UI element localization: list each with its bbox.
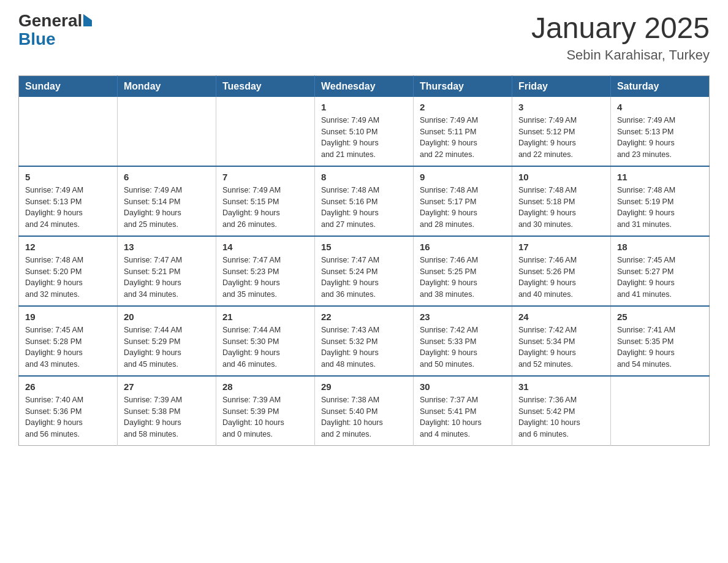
day-number: 10 <box>518 172 604 182</box>
day-info: Sunrise: 7:49 AMSunset: 5:12 PMDaylight:… <box>518 115 604 161</box>
day-number: 11 <box>617 172 703 182</box>
week-row-4: 19Sunrise: 7:45 AMSunset: 5:28 PMDayligh… <box>19 306 710 376</box>
day-number: 19 <box>25 312 111 322</box>
day-number: 9 <box>420 172 506 182</box>
day-info: Sunrise: 7:37 AMSunset: 5:41 PMDaylight:… <box>420 394 506 440</box>
day-number: 18 <box>617 242 703 252</box>
weekday-header-thursday: Thursday <box>413 75 512 97</box>
calendar-cell: 14Sunrise: 7:47 AMSunset: 5:23 PMDayligh… <box>216 236 314 306</box>
calendar-cell: 9Sunrise: 7:48 AMSunset: 5:17 PMDaylight… <box>413 166 512 236</box>
calendar-cell: 7Sunrise: 7:49 AMSunset: 5:15 PMDaylight… <box>216 166 314 236</box>
day-info: Sunrise: 7:49 AMSunset: 5:13 PMDaylight:… <box>617 115 703 161</box>
day-info: Sunrise: 7:41 AMSunset: 5:35 PMDaylight:… <box>617 324 703 370</box>
calendar-cell <box>19 97 118 166</box>
calendar-cell: 28Sunrise: 7:39 AMSunset: 5:39 PMDayligh… <box>216 376 314 446</box>
day-number: 17 <box>518 242 604 252</box>
day-number: 16 <box>420 242 506 252</box>
day-number: 14 <box>222 242 308 252</box>
day-info: Sunrise: 7:36 AMSunset: 5:42 PMDaylight:… <box>518 394 604 440</box>
day-number: 4 <box>617 102 703 112</box>
day-number: 2 <box>420 102 506 112</box>
day-number: 26 <box>25 381 111 392</box>
day-number: 5 <box>25 172 111 182</box>
day-number: 15 <box>321 242 407 252</box>
calendar-cell: 22Sunrise: 7:43 AMSunset: 5:32 PMDayligh… <box>314 306 413 376</box>
day-number: 8 <box>321 172 407 182</box>
logo: General Blue <box>18 12 92 48</box>
logo-arrow-icon <box>83 14 92 26</box>
calendar-cell: 3Sunrise: 7:49 AMSunset: 5:12 PMDaylight… <box>512 97 610 166</box>
calendar-body: 1Sunrise: 7:49 AMSunset: 5:10 PMDaylight… <box>19 97 710 446</box>
day-info: Sunrise: 7:49 AMSunset: 5:14 PMDaylight:… <box>124 185 210 231</box>
day-info: Sunrise: 7:45 AMSunset: 5:27 PMDaylight:… <box>617 255 703 301</box>
calendar-title: January 2025 <box>531 12 710 45</box>
weekday-header-monday: Monday <box>117 75 216 97</box>
day-info: Sunrise: 7:49 AMSunset: 5:11 PMDaylight:… <box>420 115 506 161</box>
day-number: 29 <box>321 381 407 392</box>
calendar-subtitle: Sebin Karahisar, Turkey <box>531 47 710 63</box>
calendar-cell: 2Sunrise: 7:49 AMSunset: 5:11 PMDaylight… <box>413 97 512 166</box>
calendar-header: SundayMondayTuesdayWednesdayThursdayFrid… <box>19 75 710 97</box>
day-number: 22 <box>321 312 407 322</box>
calendar-cell: 11Sunrise: 7:48 AMSunset: 5:19 PMDayligh… <box>610 166 709 236</box>
day-number: 25 <box>617 312 703 322</box>
logo-general: General <box>18 12 92 29</box>
day-number: 28 <box>222 381 308 392</box>
calendar-cell: 26Sunrise: 7:40 AMSunset: 5:36 PMDayligh… <box>19 376 118 446</box>
calendar-cell: 29Sunrise: 7:38 AMSunset: 5:40 PMDayligh… <box>314 376 413 446</box>
calendar-cell: 15Sunrise: 7:47 AMSunset: 5:24 PMDayligh… <box>314 236 413 306</box>
calendar-cell: 13Sunrise: 7:47 AMSunset: 5:21 PMDayligh… <box>117 236 216 306</box>
day-info: Sunrise: 7:47 AMSunset: 5:24 PMDaylight:… <box>321 255 407 301</box>
day-info: Sunrise: 7:43 AMSunset: 5:32 PMDaylight:… <box>321 324 407 370</box>
day-number: 23 <box>420 312 506 322</box>
weekday-header-wednesday: Wednesday <box>314 75 413 97</box>
week-row-2: 5Sunrise: 7:49 AMSunset: 5:13 PMDaylight… <box>19 166 710 236</box>
calendar-cell: 16Sunrise: 7:46 AMSunset: 5:25 PMDayligh… <box>413 236 512 306</box>
day-number: 30 <box>420 381 506 392</box>
day-info: Sunrise: 7:46 AMSunset: 5:26 PMDaylight:… <box>518 255 604 301</box>
week-row-3: 12Sunrise: 7:48 AMSunset: 5:20 PMDayligh… <box>19 236 710 306</box>
weekday-row: SundayMondayTuesdayWednesdayThursdayFrid… <box>19 75 710 97</box>
day-number: 7 <box>222 172 308 182</box>
day-info: Sunrise: 7:44 AMSunset: 5:29 PMDaylight:… <box>124 324 210 370</box>
calendar-cell: 17Sunrise: 7:46 AMSunset: 5:26 PMDayligh… <box>512 236 610 306</box>
calendar-cell: 27Sunrise: 7:39 AMSunset: 5:38 PMDayligh… <box>117 376 216 446</box>
calendar-cell: 10Sunrise: 7:48 AMSunset: 5:18 PMDayligh… <box>512 166 610 236</box>
day-number: 12 <box>25 242 111 252</box>
title-section: January 2025 Sebin Karahisar, Turkey <box>531 12 710 63</box>
day-info: Sunrise: 7:48 AMSunset: 5:16 PMDaylight:… <box>321 185 407 231</box>
day-number: 13 <box>124 242 210 252</box>
logo-blue: Blue <box>18 31 56 48</box>
day-info: Sunrise: 7:45 AMSunset: 5:28 PMDaylight:… <box>25 324 111 370</box>
calendar-cell <box>610 376 709 446</box>
day-info: Sunrise: 7:39 AMSunset: 5:39 PMDaylight:… <box>222 394 308 440</box>
day-info: Sunrise: 7:48 AMSunset: 5:19 PMDaylight:… <box>617 185 703 231</box>
day-info: Sunrise: 7:49 AMSunset: 5:13 PMDaylight:… <box>25 185 111 231</box>
calendar-cell: 21Sunrise: 7:44 AMSunset: 5:30 PMDayligh… <box>216 306 314 376</box>
day-info: Sunrise: 7:40 AMSunset: 5:36 PMDaylight:… <box>25 394 111 440</box>
page-header: General Blue January 2025 Sebin Karahisa… <box>18 12 710 63</box>
calendar-cell: 24Sunrise: 7:42 AMSunset: 5:34 PMDayligh… <box>512 306 610 376</box>
weekday-header-friday: Friday <box>512 75 610 97</box>
day-info: Sunrise: 7:47 AMSunset: 5:23 PMDaylight:… <box>222 255 308 301</box>
logo-general-text: General <box>18 11 82 30</box>
day-info: Sunrise: 7:42 AMSunset: 5:34 PMDaylight:… <box>518 324 604 370</box>
day-number: 24 <box>518 312 604 322</box>
day-number: 20 <box>124 312 210 322</box>
calendar-cell: 1Sunrise: 7:49 AMSunset: 5:10 PMDaylight… <box>314 97 413 166</box>
day-info: Sunrise: 7:48 AMSunset: 5:20 PMDaylight:… <box>25 255 111 301</box>
day-info: Sunrise: 7:47 AMSunset: 5:21 PMDaylight:… <box>124 255 210 301</box>
week-row-5: 26Sunrise: 7:40 AMSunset: 5:36 PMDayligh… <box>19 376 710 446</box>
day-info: Sunrise: 7:49 AMSunset: 5:10 PMDaylight:… <box>321 115 407 161</box>
day-number: 21 <box>222 312 308 322</box>
calendar-cell: 25Sunrise: 7:41 AMSunset: 5:35 PMDayligh… <box>610 306 709 376</box>
calendar-cell: 30Sunrise: 7:37 AMSunset: 5:41 PMDayligh… <box>413 376 512 446</box>
day-number: 31 <box>518 381 604 392</box>
weekday-header-saturday: Saturday <box>610 75 709 97</box>
calendar-cell: 6Sunrise: 7:49 AMSunset: 5:14 PMDaylight… <box>117 166 216 236</box>
day-info: Sunrise: 7:46 AMSunset: 5:25 PMDaylight:… <box>420 255 506 301</box>
calendar-cell: 23Sunrise: 7:42 AMSunset: 5:33 PMDayligh… <box>413 306 512 376</box>
calendar-cell: 5Sunrise: 7:49 AMSunset: 5:13 PMDaylight… <box>19 166 118 236</box>
calendar-table: SundayMondayTuesdayWednesdayThursdayFrid… <box>18 75 710 446</box>
day-number: 27 <box>124 381 210 392</box>
